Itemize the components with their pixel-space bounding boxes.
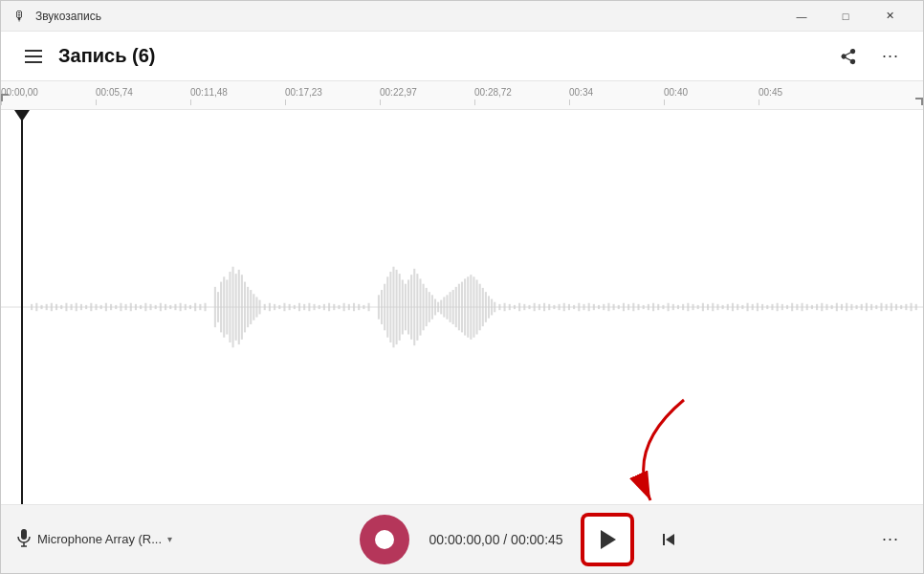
svg-rect-35 (199, 304, 201, 310)
svg-rect-190 (870, 304, 872, 310)
svg-rect-165 (746, 303, 748, 311)
ruler-mark-7: 00:40 (664, 87, 688, 105)
svg-rect-184 (841, 304, 843, 310)
svg-rect-197 (905, 304, 907, 310)
ruler-mark-5: 00:28,72 (474, 87, 512, 105)
svg-rect-106 (470, 275, 472, 340)
svg-rect-83 (402, 279, 404, 334)
svg-rect-135 (598, 305, 600, 309)
svg-rect-23 (140, 305, 142, 309)
svg-rect-8 (65, 303, 67, 311)
app-header: Запись (6) ··· (1, 32, 923, 81)
record-button[interactable] (360, 515, 409, 564)
svg-rect-191 (875, 305, 877, 309)
more-options-button[interactable]: ··· (873, 39, 908, 74)
playback-controls: 00:00:00,00 / 00:00:45 (172, 515, 873, 564)
svg-rect-10 (76, 303, 77, 311)
svg-rect-95 (437, 302, 439, 313)
svg-rect-73 (363, 305, 364, 309)
svg-rect-200 (21, 529, 27, 540)
svg-rect-4 (46, 304, 48, 310)
current-time: 00:00:00,00 (429, 532, 499, 547)
mic-selector[interactable]: Microphone Array (R... ▾ (16, 528, 172, 551)
minimize-button[interactable]: — (780, 1, 824, 32)
svg-rect-33 (189, 305, 191, 309)
svg-rect-65 (323, 304, 325, 310)
share-icon (840, 48, 857, 65)
svg-rect-132 (583, 304, 584, 310)
svg-rect-31 (180, 303, 182, 311)
close-button[interactable]: ✕ (868, 1, 912, 32)
svg-rect-131 (578, 303, 580, 311)
svg-rect-41 (226, 279, 228, 334)
svg-rect-56 (278, 305, 280, 309)
skip-to-start-button[interactable] (651, 522, 686, 557)
playhead-line (21, 110, 23, 504)
svg-rect-66 (328, 303, 330, 311)
svg-rect-167 (757, 303, 759, 311)
svg-rect-53 (264, 304, 266, 310)
svg-rect-90 (423, 284, 425, 331)
time-display: 00:00:00,00 / 00:00:45 (429, 532, 562, 547)
svg-rect-203 (663, 534, 665, 545)
playhead-area[interactable] (1, 110, 923, 504)
svg-rect-85 (407, 279, 409, 334)
svg-rect-161 (727, 304, 729, 310)
svg-rect-199 (915, 304, 917, 310)
more-options-button-bottom[interactable]: ··· (873, 522, 908, 557)
svg-rect-81 (396, 270, 398, 344)
playhead-triangle (14, 110, 30, 121)
svg-rect-142 (632, 303, 634, 311)
svg-rect-14 (95, 304, 97, 310)
svg-rect-133 (588, 303, 590, 311)
svg-rect-89 (419, 278, 421, 335)
svg-rect-114 (494, 302, 495, 313)
svg-rect-36 (204, 303, 206, 311)
share-button[interactable] (831, 39, 866, 74)
svg-rect-78 (386, 276, 388, 337)
svg-rect-19 (120, 303, 121, 311)
timeline-ruler: 00:00,00 00:05,74 00:11,48 00:17,23 00:2… (1, 81, 923, 110)
svg-rect-103 (461, 282, 463, 333)
svg-rect-185 (846, 303, 847, 311)
svg-rect-127 (559, 304, 561, 310)
svg-rect-96 (440, 300, 442, 315)
ruler-end-bracket (915, 92, 923, 105)
svg-rect-2 (35, 303, 37, 311)
svg-rect-42 (229, 272, 231, 342)
svg-rect-153 (687, 303, 689, 311)
svg-rect-148 (662, 305, 664, 309)
svg-rect-171 (777, 303, 779, 311)
ruler-mark-4: 00:22,97 (380, 87, 417, 105)
svg-rect-145 (648, 304, 649, 310)
svg-rect-55 (274, 304, 275, 310)
svg-rect-192 (880, 303, 882, 311)
svg-rect-194 (891, 303, 892, 311)
window-controls: — □ ✕ (780, 1, 912, 32)
svg-rect-187 (856, 305, 858, 309)
svg-rect-47 (244, 282, 246, 333)
svg-rect-101 (455, 287, 457, 327)
svg-rect-149 (668, 303, 670, 311)
waveform-area: 00:00,00 00:05,74 00:11,48 00:17,23 00:2… (1, 81, 923, 504)
play-button[interactable] (583, 515, 632, 564)
menu-button[interactable] (16, 39, 51, 74)
svg-rect-162 (732, 303, 734, 311)
bottom-bar: Microphone Array (R... ▾ 00:00:00,00 / 0… (1, 504, 923, 573)
play-icon (601, 530, 616, 549)
svg-rect-117 (509, 304, 511, 310)
svg-rect-152 (682, 304, 684, 310)
svg-rect-75 (378, 295, 380, 319)
svg-rect-195 (895, 304, 897, 310)
svg-rect-51 (255, 297, 257, 317)
svg-rect-70 (348, 304, 350, 310)
svg-rect-174 (791, 303, 793, 311)
svg-rect-44 (235, 274, 237, 341)
svg-rect-183 (836, 303, 838, 311)
app-icon: 🎙 (12, 9, 28, 24)
skip-start-icon (659, 530, 678, 549)
ruler-mark-1: 00:05,74 (96, 87, 133, 105)
svg-rect-63 (314, 304, 316, 310)
maximize-button[interactable]: □ (824, 1, 868, 32)
svg-rect-54 (269, 303, 271, 311)
